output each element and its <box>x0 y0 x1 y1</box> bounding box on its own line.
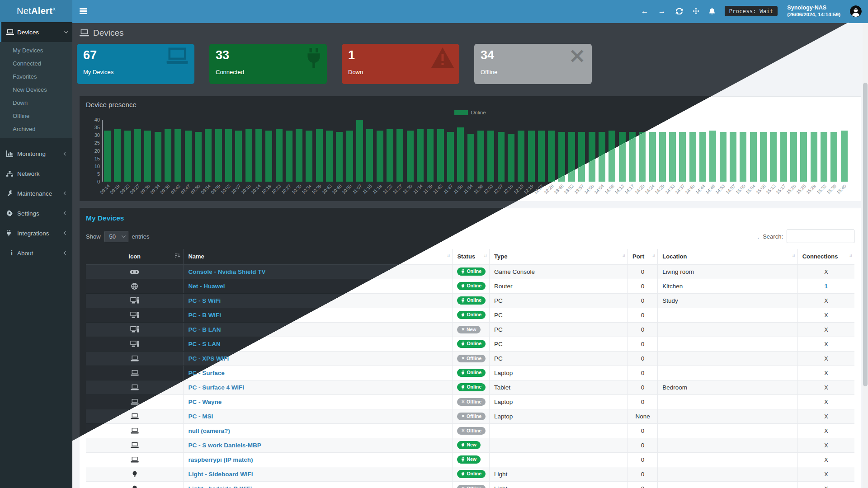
card-my-devices[interactable]: 67 My Devices <box>77 44 194 84</box>
card-label: My Devices <box>83 69 188 75</box>
chart-bar <box>265 131 272 182</box>
device-name-link[interactable]: Net - Huawei <box>188 283 225 290</box>
navbar-actions: ← → Process: Wait Synology-NAS (26/06/20… <box>641 0 868 22</box>
sidebar-toggle-button[interactable] <box>72 0 94 22</box>
status-badge: Online <box>457 369 486 377</box>
chart-bar <box>205 129 212 182</box>
sidebar-subitem-down[interactable]: Down <box>0 96 72 109</box>
device-laptop-icon <box>86 438 184 452</box>
chart-y-axis: 4035302520151050 <box>86 120 102 182</box>
device-name-link[interactable]: raspberrypi (IP match) <box>188 456 253 463</box>
chevron-left-icon <box>64 152 67 155</box>
column-header-connections[interactable]: Connections↓↑ <box>797 249 854 264</box>
device-name-link[interactable]: PC - S WiFi <box>188 297 221 304</box>
column-header-type[interactable]: Type↓↑ <box>489 249 627 264</box>
chart-bar <box>669 132 676 182</box>
column-header-port[interactable]: Port↓↑ <box>627 249 657 264</box>
device-name-link[interactable]: PC - Surface 4 WiFi <box>188 384 244 391</box>
move-maximize-icon[interactable] <box>693 8 699 14</box>
chart-bar <box>750 132 757 182</box>
device-name-link[interactable]: PC - B LAN <box>188 326 221 333</box>
sidebar-item-network[interactable]: Network <box>0 164 72 183</box>
top-navbar: NetAlertx ← → Process: Wait Synology-NAS… <box>0 0 868 22</box>
chart-bar <box>508 134 514 182</box>
device-name-link[interactable]: PC - MSI <box>188 413 213 420</box>
sidebar-subitem-offline[interactable]: Offline <box>0 109 72 122</box>
chart-bar <box>225 129 232 182</box>
show-label: Show <box>86 233 101 240</box>
back-arrow-icon[interactable]: ← <box>641 7 649 16</box>
y-tick-label: 40 <box>94 117 100 122</box>
scrollbar-thumb[interactable] <box>863 83 868 386</box>
device-location <box>658 308 797 322</box>
search-label: Search: <box>763 233 783 240</box>
logo-text: NetAlertx <box>17 6 56 16</box>
sidebar-item-integrations[interactable]: Integrations <box>0 223 72 243</box>
device-desktop-icon <box>86 308 184 322</box>
chart-bar <box>821 132 827 182</box>
device-type <box>489 423 627 438</box>
connections-value: X <box>824 428 828 434</box>
chart-bar <box>528 131 535 182</box>
sidebar-item-maintenance[interactable]: Maintenance <box>0 183 72 203</box>
table-row: raspberrypi (IP match)New0X <box>86 452 854 467</box>
refresh-icon[interactable] <box>675 8 683 14</box>
device-name-link[interactable]: Light - bedside B WiFi <box>188 485 252 488</box>
device-name-link[interactable]: PC - S work Daniels-MBP <box>188 442 261 449</box>
connections-value[interactable]: 1 <box>825 283 828 290</box>
device-globe-icon <box>86 279 184 293</box>
column-header-icon[interactable]: Icon <box>86 249 184 264</box>
forward-arrow-icon[interactable]: → <box>658 7 666 16</box>
app-logo[interactable]: NetAlertx <box>0 0 72 22</box>
page-scrollbar[interactable] <box>863 23 868 488</box>
chart-bar <box>286 131 292 182</box>
status-badge: New <box>457 455 481 464</box>
notifications-bell-icon[interactable] <box>709 8 715 15</box>
sidebar-subitem-favorites[interactable]: Favorites <box>0 70 72 83</box>
legend-swatch-online <box>454 110 468 115</box>
sidebar-subitem-connected[interactable]: Connected <box>0 57 72 70</box>
search-input[interactable] <box>787 230 854 243</box>
device-location <box>658 467 797 481</box>
chart-bar <box>356 120 363 182</box>
connections-value: X <box>824 457 828 463</box>
y-tick-label: 35 <box>94 125 100 130</box>
content-host: Devices 67 My Devices 33 Connected <box>72 22 868 488</box>
entries-label: entries <box>132 233 150 240</box>
chart-bar <box>649 132 656 182</box>
device-name-link[interactable]: Light - Sideboard WiFi <box>188 471 253 478</box>
card-offline[interactable]: 34 Offline ✕ <box>474 44 592 84</box>
card-connected[interactable]: 33 Connected <box>209 44 327 84</box>
chart-bar <box>175 129 181 182</box>
sort-icon: ↓↑ <box>849 253 852 258</box>
entries-select[interactable]: 50 <box>104 231 128 242</box>
device-name-link[interactable]: PC - S LAN <box>188 341 220 347</box>
sidebar-subitem-archived[interactable]: Archived <box>0 122 72 136</box>
device-port: 0 <box>627 452 657 467</box>
device-name-link[interactable]: null (camera?) <box>188 427 230 434</box>
device-port: 0 <box>627 308 657 322</box>
column-header-location[interactable]: Location↓↑ <box>658 249 797 264</box>
chart-bar <box>518 131 524 182</box>
sidebar-subitem-new-devices[interactable]: New Devices <box>0 83 72 96</box>
device-port: 0 <box>627 394 657 409</box>
device-name-link[interactable]: PC - B WiFi <box>188 312 221 319</box>
sidebar-item-settings[interactable]: Settings <box>0 203 72 223</box>
device-name-link[interactable]: Console - Nvidia Shield TV <box>188 268 265 275</box>
sidebar-item-about[interactable]: i About <box>0 243 72 263</box>
chart-bar <box>689 132 696 182</box>
column-header-status[interactable]: Status↓↑ <box>453 249 490 264</box>
connections-value: X <box>824 298 828 304</box>
sidebar-item-monitoring[interactable]: Monitoring <box>0 144 72 164</box>
device-name-link[interactable]: PC - Wayne <box>188 399 222 405</box>
device-type: Laptop <box>489 394 627 409</box>
connections-value: X <box>824 399 828 405</box>
sidebar-subitem-my-devices[interactable]: My Devices <box>0 44 72 57</box>
device-type: Laptop <box>489 409 627 423</box>
sidebar-item-devices[interactable]: Devices <box>0 22 72 42</box>
device-location: Living room <box>658 264 797 279</box>
card-down[interactable]: 1 Down <box>342 44 459 84</box>
device-gamepad-icon <box>86 264 184 279</box>
chevron-left-icon <box>64 251 67 255</box>
user-avatar[interactable] <box>850 5 862 17</box>
